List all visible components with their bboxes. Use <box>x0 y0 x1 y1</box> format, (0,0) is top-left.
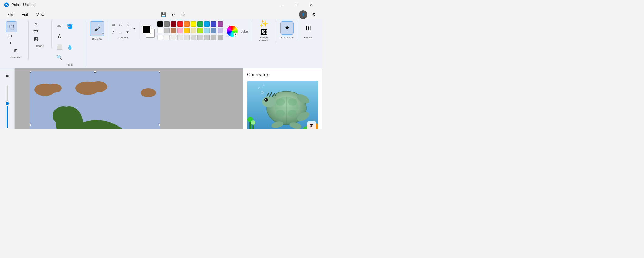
shape-star[interactable]: ★ <box>125 29 131 35</box>
color-swatch-orange[interactable] <box>184 21 190 27</box>
left-toolbar: ≡ <box>0 68 15 129</box>
color-swatch-empty6[interactable] <box>191 35 196 40</box>
insert-image-tool[interactable]: 🖼 <box>32 35 40 43</box>
color-swatch-lime[interactable] <box>197 28 203 33</box>
brushes-label: Brushes <box>92 37 102 40</box>
color-swatch-gold[interactable] <box>184 28 190 33</box>
maximize-button[interactable]: □ <box>290 0 304 10</box>
settings-icon[interactable]: ⚙ <box>310 10 318 19</box>
shape-ellipse[interactable]: ⬭ <box>117 21 124 28</box>
color-swatch-steelblue[interactable] <box>211 28 216 33</box>
color-swatch-lightgray[interactable] <box>164 28 170 33</box>
cocreator-group: ✦ Cocreator <box>277 21 298 40</box>
file-menu[interactable]: File <box>4 11 17 18</box>
color-swatch-empty4[interactable] <box>177 35 183 40</box>
shape-triangle[interactable]: △ <box>125 21 131 28</box>
selection-handle-ml[interactable] <box>30 124 31 126</box>
selection-label: Selection <box>10 56 22 59</box>
color-swatch-yellow[interactable] <box>191 21 196 27</box>
cocreator-title: Cocreator <box>247 72 318 78</box>
title-bar: Paint - Untitled — □ ✕ <box>0 0 322 10</box>
fill-tool[interactable]: 🪣 <box>65 21 75 31</box>
layers-label: Layers <box>304 36 312 39</box>
redo-button[interactable]: ↪ <box>179 10 187 19</box>
shape-arrow[interactable]: → <box>117 29 124 35</box>
flip-tool[interactable]: ⇄▾ <box>32 28 40 34</box>
image-label: Image <box>36 44 44 47</box>
brush-tool[interactable]: 🖌 ▾ <box>90 21 104 36</box>
color-swatch-empty7[interactable] <box>197 35 203 40</box>
color-swatch-green[interactable] <box>197 21 203 27</box>
cocreator-label: Cocreator <box>281 36 293 39</box>
color-wheel-button[interactable]: + <box>226 25 238 37</box>
main-canvas[interactable]: LOTTE <box>30 71 160 129</box>
zoom-slider-container <box>7 85 8 128</box>
account-icon[interactable]: 👤 <box>299 10 307 19</box>
canvas-scroll-area[interactable]: LOTTE <box>15 68 243 129</box>
cocreator-button[interactable]: ✦ <box>280 21 294 35</box>
color-swatch-purple[interactable] <box>218 21 223 27</box>
color-swatch-empty1[interactable] <box>157 35 163 40</box>
shape-line[interactable]: ╱ <box>110 29 117 35</box>
color-swatch-blue[interactable] <box>204 21 210 27</box>
color-swatch-empty2[interactable] <box>164 35 170 40</box>
save-button[interactable]: 💾 <box>159 10 168 19</box>
shapes-more-button[interactable]: ▾ <box>132 22 137 35</box>
magnifier-tool[interactable]: 🔍 <box>55 52 64 62</box>
color-swatch-empty5[interactable] <box>184 35 190 40</box>
color-swatch-red[interactable] <box>177 21 183 27</box>
selection-rectangle-tool[interactable]: ⬚ <box>6 21 17 32</box>
pencil-tool[interactable]: ✏ <box>55 21 64 31</box>
color-swatch-empty10[interactable] <box>218 35 223 40</box>
svg-point-28 <box>288 110 297 117</box>
color-preview[interactable] <box>142 25 154 37</box>
color-swatch-cream[interactable] <box>191 28 196 33</box>
cocreator-panel: Cocreator <box>243 68 322 129</box>
layers-button[interactable]: ⊞ <box>302 21 315 35</box>
eraser-tool[interactable]: ⬜ <box>55 42 64 52</box>
ribbon-right: ✨🖼 Image Creator ✦ Cocreator ⊞ Layers <box>252 21 318 43</box>
turtle-drawing: LOTTE <box>30 71 160 129</box>
color-swatch-brown[interactable] <box>171 28 176 33</box>
ribbon: ⬚ ⊡ ▾ ⊞ Selection ↻ ⇄▾ 🖼 Image ✏ 🪣 <box>0 19 322 68</box>
layers-group: ⊞ Layers <box>298 21 318 40</box>
image-creator-button[interactable]: ✨🖼 <box>257 21 271 35</box>
menu-bar: File Edit View 💾 ↩ ↪ 👤 ⚙ <box>0 10 322 19</box>
view-menu[interactable]: View <box>33 11 48 18</box>
minimize-button[interactable]: — <box>275 0 289 10</box>
color-swatch-indigo[interactable] <box>211 21 216 27</box>
color-picker-tool[interactable]: 💧 <box>65 42 75 52</box>
color-swatch-lavender[interactable] <box>218 28 223 33</box>
color-swatch-gray[interactable] <box>164 21 170 27</box>
shape-rect[interactable]: ▭ <box>110 21 117 28</box>
colors-label: Colors <box>241 30 248 33</box>
color-swatch-empty9[interactable] <box>211 35 216 40</box>
close-button[interactable]: ✕ <box>304 0 318 10</box>
color-swatch-skyblue[interactable] <box>204 28 210 33</box>
selection-handle-tr[interactable] <box>159 71 160 73</box>
foreground-color-swatch[interactable] <box>142 25 151 34</box>
rotate-tool[interactable]: ↻ <box>32 21 40 27</box>
selection-image-button[interactable]: ⊞ <box>11 46 21 55</box>
undo-button[interactable]: ↩ <box>169 10 178 19</box>
text-tool[interactable]: A <box>55 32 64 41</box>
color-swatch-empty3[interactable] <box>171 35 176 40</box>
selection-handle-tc[interactable] <box>94 71 96 73</box>
selection-handle-tl[interactable] <box>30 71 31 73</box>
edit-menu[interactable]: Edit <box>18 11 32 18</box>
brushes-group: 🖌 ▾ Brushes <box>88 21 107 41</box>
selection-more-button[interactable]: ▾ <box>6 40 15 46</box>
tools-group: ✏ 🪣 A ⬜ 💧 🔍 Tools <box>52 21 87 67</box>
color-swatch-black[interactable] <box>157 21 163 27</box>
color-swatch-empty8[interactable] <box>204 35 210 40</box>
color-swatch-pink[interactable] <box>177 28 183 33</box>
selection-handle-mr[interactable] <box>159 124 160 126</box>
color-swatch-white[interactable] <box>157 28 163 33</box>
lines-icon[interactable]: ≡ <box>2 71 12 81</box>
color-swatch-darkred[interactable] <box>171 21 176 27</box>
app-title: Paint - Untitled <box>12 3 36 7</box>
svg-point-30 <box>264 98 268 102</box>
zoom-handle[interactable] <box>5 101 9 106</box>
cocreator-expand-button[interactable]: ⊞ <box>307 121 316 129</box>
crop-tool[interactable]: ⊡ <box>6 33 15 39</box>
